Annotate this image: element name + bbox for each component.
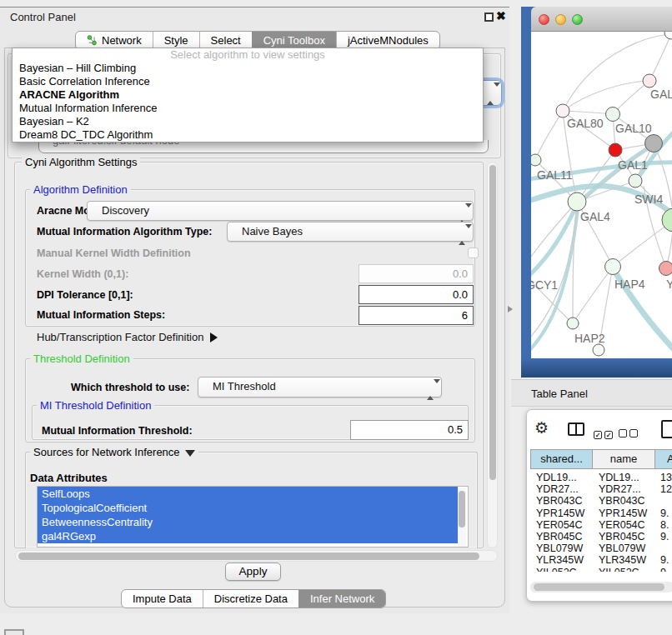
tab-select[interactable]: Select <box>199 32 252 49</box>
network-edge <box>535 111 563 160</box>
cell-shared-name: YER054C <box>536 519 583 531</box>
minimize-traffic-icon[interactable] <box>555 14 566 25</box>
network-node-label: SWI4 <box>634 192 663 206</box>
column-selector-icon[interactable] <box>568 422 584 436</box>
data-attribute-item[interactable]: SelfLoops <box>38 487 458 501</box>
network-node-label: GAL <box>650 88 672 101</box>
table-header-row: shared...nameA <box>530 449 672 469</box>
cell-value: 12 <box>660 483 672 495</box>
table-column-header[interactable]: A <box>655 449 672 469</box>
network-node[interactable] <box>606 108 620 122</box>
network-node[interactable] <box>643 74 656 88</box>
network-node[interactable] <box>629 174 642 188</box>
tab-jactivemnodules[interactable]: jActiveMNodules <box>336 32 439 49</box>
network-node[interactable] <box>609 143 622 157</box>
network-node[interactable] <box>556 104 569 118</box>
table-row[interactable]: YBR043CYBR043C <box>530 495 672 507</box>
network-node[interactable] <box>605 259 621 275</box>
cell-shared-name: YIL052C <box>536 567 577 572</box>
algorithm-option[interactable]: Dream8 DC_TDC Algorithm <box>13 128 483 142</box>
table-row[interactable]: YLR345WYLR345W9. <box>530 554 672 566</box>
table-row[interactable]: YIL052CYIL052C9 <box>530 567 672 572</box>
which-threshold-combo[interactable]: MI Threshold <box>198 377 442 398</box>
manual-kernel-checkbox[interactable] <box>468 248 479 258</box>
algorithm-option[interactable]: ARACNE Algorithm <box>13 88 483 102</box>
table-row[interactable]: YBR045CYBR045C9. <box>530 531 672 542</box>
sources-legend[interactable]: Sources for Network Inference <box>30 446 198 458</box>
table-row[interactable]: YDL19...YDL19...13 <box>530 472 672 483</box>
control-panel-title: Control Panel <box>10 11 76 23</box>
mi-algorithm-type-combo[interactable]: Naive Bayes <box>227 222 474 242</box>
network-window-titlebar[interactable] <box>531 7 672 32</box>
network-node-label: HAP2 <box>574 332 605 345</box>
algorithm-option[interactable]: Basic Correlation Inference <box>13 75 483 88</box>
algorithm-option[interactable]: Mutual Information Inference <box>13 102 483 115</box>
tab-discretize-data[interactable]: Discretize Data <box>203 590 298 608</box>
algorithm-option[interactable]: Bayesian – K2 <box>13 115 483 128</box>
close-icon[interactable]: ✖ <box>496 9 506 22</box>
table-column-header[interactable]: name <box>593 449 655 469</box>
table-panel-title: Table Panel <box>531 388 588 400</box>
table-row[interactable]: YDR27...YDR27...12 <box>530 483 672 495</box>
deselect-all-checkboxes-icon[interactable] <box>619 426 640 441</box>
cell-name: YPR145W <box>599 508 647 519</box>
cell-value: 8. <box>660 519 669 531</box>
table-row[interactable]: YPR145WYPR145W9. <box>530 508 672 519</box>
network-node[interactable] <box>659 262 672 276</box>
table-horizontal-scrollbar[interactable] <box>530 582 672 592</box>
network-node-label: GAL80 <box>567 117 604 130</box>
network-node[interactable] <box>531 154 541 166</box>
mi-threshold-legend: MI Threshold Definition <box>37 399 154 412</box>
data-attribute-item[interactable]: gal4RGexp <box>38 529 458 543</box>
document-icon[interactable] <box>661 420 672 438</box>
zoom-traffic-icon[interactable] <box>572 14 583 25</box>
network-node[interactable] <box>567 318 579 329</box>
network-canvas[interactable]: GALGAL80GAL10GAL1GAL11SWI4GAL4GCY1HAP4YH… <box>531 32 672 358</box>
gear-icon[interactable]: ⚙ <box>534 418 549 438</box>
table-column-header[interactable]: shared... <box>530 449 593 469</box>
tab-infer-network[interactable]: Infer Network <box>298 590 385 608</box>
data-attribute-item[interactable]: TopologicalCoefficient <box>38 501 458 515</box>
close-traffic-icon[interactable] <box>539 14 549 25</box>
tab-impute-data[interactable]: Impute Data <box>122 590 203 608</box>
network-node[interactable] <box>593 344 604 356</box>
minimized-panel-button[interactable] <box>4 629 24 635</box>
mi-threshold-field[interactable]: 0.5 <box>350 420 469 440</box>
network-node-label: HAP4 <box>614 278 645 291</box>
combo-arrows-icon <box>487 87 500 102</box>
dpi-tolerance-field[interactable]: 0.0 <box>359 285 474 304</box>
splitter-collapse-icon[interactable] <box>508 306 513 312</box>
tab-style[interactable]: Style <box>153 32 199 49</box>
cell-name: YBR045C <box>599 531 645 542</box>
hub-definition-toggle[interactable]: Hub/Transcription Factor Definition <box>37 331 218 343</box>
network-node[interactable] <box>664 32 672 39</box>
aracne-mode-combo[interactable]: Discovery <box>87 201 474 221</box>
mi-threshold-label: Mutual Information Threshold: <box>42 425 193 437</box>
cell-name: YBR043C <box>599 495 645 507</box>
table-row[interactable]: YBL079WYBL079W <box>530 542 672 554</box>
cyni-mode-tabs: Impute DataDiscretize DataInfer Network <box>121 589 386 608</box>
mi-steps-field[interactable]: 6 <box>359 306 474 325</box>
cell-shared-name: YBR045C <box>536 531 583 542</box>
data-attribute-item[interactable]: BetweennessCentrality <box>38 515 458 529</box>
kernel-width-field[interactable]: 0.0 <box>359 264 474 283</box>
float-window-icon[interactable] <box>484 12 494 22</box>
collapsed-arrow-icon <box>210 332 218 342</box>
tab-network[interactable]: Network <box>76 32 153 49</box>
cell-shared-name: YBR043C <box>536 495 583 507</box>
tab-cyni-toolbox[interactable]: Cyni Toolbox <box>252 32 336 49</box>
network-node-label: GAL4 <box>580 210 610 223</box>
network-edge <box>649 34 671 81</box>
network-node[interactable] <box>662 208 672 232</box>
list-vertical-scrollbar[interactable] <box>458 488 466 547</box>
apply-button[interactable]: Apply <box>225 562 281 581</box>
select-all-checkboxes-icon[interactable]: ✓✓ <box>594 426 615 441</box>
mi-steps-label: Mutual Information Steps: <box>37 309 165 321</box>
network-node[interactable] <box>568 192 586 211</box>
settings-vertical-scrollbar[interactable] <box>487 162 498 548</box>
network-node[interactable] <box>645 135 663 152</box>
settings-horizontal-scrollbar[interactable] <box>15 550 498 562</box>
algorithm-option[interactable]: Bayesian – Hill Climbing <box>13 62 483 75</box>
algorithm-definition-legend: Algorithm Definition <box>30 183 131 196</box>
table-row[interactable]: YER054CYER054C8. <box>530 519 672 531</box>
